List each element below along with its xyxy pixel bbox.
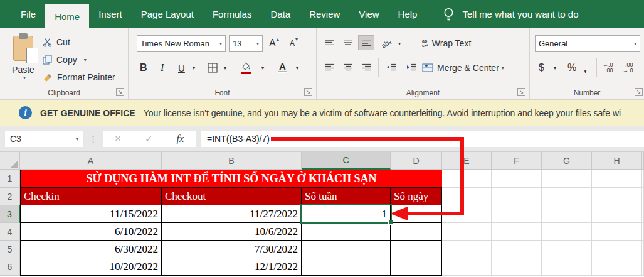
row-header-5[interactable]: 5 (0, 241, 20, 258)
font-name-dropdown-icon[interactable]: ▾ (219, 41, 222, 46)
cell-b6[interactable]: 12/1/2022 (162, 258, 302, 276)
font-size-dropdown-icon[interactable]: ▾ (256, 41, 259, 46)
select-all-button[interactable] (0, 152, 20, 170)
name-box[interactable]: C3 ▾ (5, 131, 83, 147)
column-header-h[interactable]: H (592, 152, 642, 170)
tab-view[interactable]: View (349, 0, 388, 28)
clipboard-dialog-launcher-icon[interactable]: ↘ (116, 88, 124, 96)
bold-button[interactable]: B (140, 60, 147, 76)
orientation-dropdown-icon[interactable]: ▾ (398, 35, 401, 52)
middle-align-button[interactable] (340, 35, 356, 50)
tab-review[interactable]: Review (300, 0, 349, 28)
cell-d2[interactable]: Số ngày (391, 188, 442, 205)
merge-center-button[interactable]: Merge & Center ▾ (422, 60, 504, 76)
format-painter-button[interactable]: Format Painter (43, 70, 115, 85)
tab-home[interactable]: Home (45, 4, 89, 28)
number-format-combo[interactable]: General ▾ (535, 35, 640, 52)
number-format-dropdown-icon[interactable]: ▾ (634, 41, 636, 46)
underline-button[interactable]: U (178, 60, 185, 76)
cell-b3[interactable]: 11/27/2022 (162, 205, 302, 223)
fill-color-dropdown-icon[interactable]: ▾ (261, 60, 264, 76)
cell-d5[interactable] (391, 241, 442, 258)
cell-d3[interactable] (391, 205, 442, 223)
cell-c5[interactable] (302, 241, 391, 258)
increase-font-size-button[interactable]: A▴ (269, 35, 278, 52)
orientation-button[interactable]: ab (381, 35, 392, 52)
copy-button[interactable]: Copy ▾ (43, 52, 87, 67)
row-header-3[interactable]: 3 (0, 205, 20, 223)
currency-format-button[interactable]: $ (539, 60, 544, 76)
wrap-text-button[interactable]: abc↵ Wrap Text (422, 35, 471, 52)
cell-a3[interactable]: 11/15/2022 (20, 205, 162, 223)
tab-help[interactable]: Help (389, 0, 427, 28)
cell-f1[interactable] (492, 170, 542, 188)
cancel-icon[interactable]: × (115, 133, 121, 145)
cell-b5[interactable]: 7/30/2022 (162, 241, 302, 258)
cell-a2[interactable]: Checkin (20, 188, 162, 205)
cell-a5[interactable]: 6/30/2022 (20, 241, 162, 258)
underline-dropdown-icon[interactable]: ▾ (193, 60, 195, 76)
column-header-a[interactable]: A (20, 152, 162, 170)
font-dialog-launcher-icon[interactable]: ↘ (304, 88, 312, 96)
cell-e1[interactable] (442, 170, 492, 188)
currency-dropdown-icon[interactable]: ▾ (554, 60, 556, 76)
increase-indent-button[interactable] (403, 60, 420, 75)
formula-bar-grip-icon[interactable]: ⋮ (89, 134, 97, 144)
cell-c4[interactable] (302, 223, 391, 241)
title-cell-a1[interactable]: SỬ DỤNG HÀM INT ĐỂ TÍNH SỐ NGÀY Ở KHÁCH … (20, 170, 442, 188)
bottom-align-button[interactable] (358, 35, 374, 50)
row-header-6[interactable]: 6 (0, 258, 20, 276)
font-color-dropdown-icon[interactable]: ▾ (296, 60, 298, 76)
tab-insert[interactable]: Insert (89, 0, 132, 28)
cell-b4[interactable]: 10/6/2022 (162, 223, 302, 241)
cell-h1[interactable] (592, 170, 642, 188)
paste-dropdown-icon[interactable]: ▾ (23, 75, 26, 80)
align-center-button[interactable] (340, 60, 356, 75)
borders-dropdown-icon[interactable]: ▾ (224, 60, 226, 76)
borders-button[interactable] (208, 60, 218, 76)
cell-c3-selected[interactable]: 1 (302, 205, 391, 223)
tab-file[interactable]: File (11, 0, 45, 28)
tab-page-layout[interactable]: Page Layout (132, 0, 203, 28)
decrease-font-size-button[interactable]: A▾ (290, 35, 297, 52)
font-name-combo[interactable]: Times New Roman ▾ (137, 35, 226, 52)
column-header-b[interactable]: B (162, 152, 302, 170)
comma-format-button[interactable]: , (584, 60, 587, 76)
cell-a6[interactable]: 10/20/2022 (20, 258, 162, 276)
number-dialog-launcher-icon[interactable]: ↘ (635, 88, 643, 96)
copy-dropdown-icon[interactable]: ▾ (84, 57, 87, 63)
enter-icon[interactable]: ✓ (145, 133, 153, 144)
top-align-button[interactable] (322, 35, 338, 50)
decrease-decimal-button[interactable]: .00→.0 (623, 60, 633, 76)
cell-b2[interactable]: Checkout (162, 188, 302, 205)
tell-me-box[interactable]: Tell me what you want to do (443, 0, 578, 28)
decrease-indent-button[interactable] (383, 60, 399, 75)
font-color-button[interactable]: A (278, 60, 287, 76)
column-header-g[interactable]: G (542, 152, 592, 170)
row-header-1[interactable]: 1 (0, 170, 20, 188)
column-header-e[interactable]: E (442, 152, 492, 170)
tab-formulas[interactable]: Formulas (203, 0, 261, 28)
name-box-dropdown-icon[interactable]: ▾ (76, 136, 78, 142)
font-size-combo[interactable]: 13 ▾ (229, 35, 263, 52)
row-header-2[interactable]: 2 (0, 188, 20, 205)
align-right-button[interactable] (358, 60, 374, 75)
insert-function-icon[interactable]: fx (176, 133, 184, 144)
cell-g1[interactable] (542, 170, 592, 188)
align-left-button[interactable] (322, 60, 338, 75)
cell-e2[interactable] (442, 188, 492, 205)
column-header-f[interactable]: F (492, 152, 542, 170)
tab-data[interactable]: Data (261, 0, 300, 28)
fill-color-button[interactable] (240, 60, 251, 76)
row-header-4[interactable]: 4 (0, 223, 20, 241)
cell-a4[interactable]: 6/10/2022 (20, 223, 162, 241)
cut-button[interactable]: Cut (43, 35, 70, 50)
cell-c2[interactable]: Số tuần (302, 188, 391, 205)
cell-d4[interactable] (391, 223, 442, 241)
merge-center-dropdown-icon[interactable]: ▾ (502, 65, 504, 71)
formula-input[interactable]: =INT((B3-A3)/7) (201, 131, 644, 147)
percent-format-button[interactable]: % (567, 60, 576, 76)
increase-decimal-button[interactable]: ←.0.00 (603, 60, 613, 76)
column-header-d[interactable]: D (391, 152, 442, 170)
italic-button[interactable]: I (161, 60, 164, 76)
